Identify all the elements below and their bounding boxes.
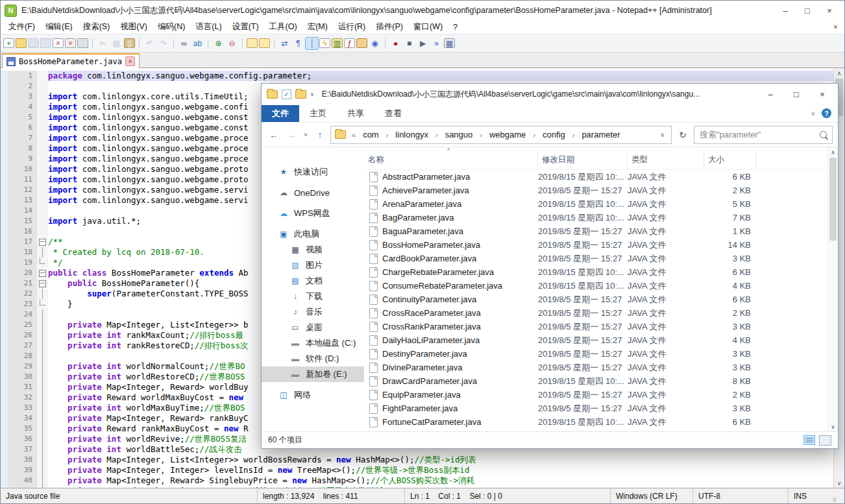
menu-item-4[interactable]: 视图(V) bbox=[115, 20, 153, 34]
sidebar-item-OneDrive[interactable]: ☁OneDrive bbox=[262, 185, 364, 200]
bookmark-margin[interactable] bbox=[1, 154, 8, 164]
bookmark-margin[interactable] bbox=[1, 133, 8, 143]
ribbon-tab-主页[interactable]: 主页 bbox=[299, 105, 337, 122]
fold-margin[interactable] bbox=[37, 351, 48, 361]
bookmark-margin[interactable] bbox=[1, 341, 8, 351]
fold-margin[interactable] bbox=[37, 143, 48, 154]
copy-icon[interactable]: ▤ bbox=[110, 38, 123, 49]
status-insert-mode[interactable]: INS bbox=[789, 488, 825, 503]
fold-margin[interactable] bbox=[37, 268, 48, 278]
breadcrumb-segment-parameter[interactable]: parameter bbox=[580, 130, 621, 139]
scroll-down-icon[interactable]: ∨ bbox=[834, 478, 844, 488]
folder-icon[interactable] bbox=[267, 90, 278, 99]
bookmark-margin[interactable] bbox=[1, 185, 8, 195]
menu-item-1[interactable]: 文件(F) bbox=[3, 20, 40, 34]
menu-item-13[interactable]: ? bbox=[448, 21, 463, 33]
help-icon[interactable]: ? bbox=[822, 108, 831, 118]
up-icon[interactable]: ↑ bbox=[313, 128, 327, 142]
bookmark-margin[interactable] bbox=[1, 486, 8, 488]
fold-margin[interactable] bbox=[37, 185, 48, 195]
breadcrumb-segment-webgame[interactable]: webgame bbox=[488, 130, 527, 139]
fold-margin[interactable] bbox=[37, 413, 48, 424]
bookmark-margin[interactable] bbox=[1, 81, 8, 91]
file-row-AbstractParameter.java[interactable]: AbstractParameter.java2019/8/15 星期四 10:.… bbox=[364, 170, 838, 184]
customize-qat-chevron-icon[interactable]: ∨ bbox=[310, 91, 314, 97]
sidebar-item-WPS网盘[interactable]: ☁WPS网盘 bbox=[262, 206, 364, 221]
word-wrap-icon[interactable]: ⇄ bbox=[278, 38, 291, 49]
menu-item-11[interactable]: 插件(P) bbox=[371, 20, 408, 34]
folder-as-workspace-icon[interactable] bbox=[356, 38, 367, 48]
fold-margin[interactable] bbox=[37, 237, 48, 247]
bookmark-margin[interactable] bbox=[1, 289, 8, 299]
close-all-docs-icon[interactable]: × bbox=[65, 38, 76, 48]
fold-margin[interactable] bbox=[37, 330, 48, 341]
menu-item-7[interactable]: 设置(T) bbox=[227, 20, 264, 34]
bookmark-margin[interactable] bbox=[1, 226, 8, 237]
zoom-out-icon[interactable]: ⊖ bbox=[226, 38, 238, 49]
open-file-icon[interactable] bbox=[16, 38, 27, 48]
fold-margin[interactable] bbox=[37, 465, 48, 475]
new-folder-icon[interactable] bbox=[295, 90, 306, 99]
sync-vertical-icon[interactable] bbox=[247, 38, 258, 48]
column-header-名称[interactable]: 名称 bbox=[364, 152, 538, 169]
menu-item-8[interactable]: 工具(O) bbox=[264, 20, 302, 34]
back-icon[interactable]: ← bbox=[267, 128, 281, 142]
fold-margin[interactable] bbox=[37, 361, 48, 372]
fold-margin[interactable] bbox=[37, 278, 48, 289]
document-monitor-icon[interactable]: ◉ bbox=[369, 38, 381, 49]
npp-maximize-button[interactable]: □ bbox=[796, 2, 818, 19]
bookmark-margin[interactable] bbox=[1, 164, 8, 174]
fold-margin[interactable] bbox=[37, 424, 48, 434]
column-header-大小[interactable]: 大小 bbox=[704, 152, 756, 169]
file-row-BagParameter.java[interactable]: BagParameter.java2019/8/15 星期四 10:...JAV… bbox=[364, 211, 838, 224]
npp-close-button[interactable]: × bbox=[818, 2, 840, 19]
sidebar-item-此电脑[interactable]: ▣此电脑 bbox=[262, 226, 364, 242]
fold-margin[interactable] bbox=[37, 320, 48, 330]
fold-margin[interactable] bbox=[37, 403, 48, 413]
file-row-CrossRankParameter.java[interactable]: CrossRankParameter.java2019/8/5 星期一 15:2… bbox=[364, 320, 838, 333]
sync-horizontal-icon[interactable] bbox=[259, 38, 270, 48]
list-scroll-up-icon[interactable]: ∧ bbox=[828, 147, 838, 157]
save-all-icon[interactable] bbox=[40, 38, 51, 48]
fold-margin[interactable] bbox=[37, 444, 48, 455]
address-dropdown-chevron-icon[interactable]: ∨ bbox=[657, 132, 667, 138]
shortcut-icon[interactable]: ϟ bbox=[319, 38, 330, 48]
ribbon-tab-共享[interactable]: 共享 bbox=[337, 105, 374, 122]
tab-close-icon[interactable]: × bbox=[125, 56, 135, 66]
bookmark-margin[interactable] bbox=[1, 247, 8, 258]
fold-margin[interactable] bbox=[37, 247, 48, 258]
fold-margin[interactable] bbox=[37, 206, 48, 216]
fold-margin[interactable] bbox=[37, 341, 48, 351]
macro-run-multiple-icon[interactable]: » bbox=[430, 38, 443, 49]
column-header-修改日期[interactable]: 修改日期 bbox=[538, 152, 628, 169]
ribbon-tab-查看[interactable]: 查看 bbox=[374, 105, 412, 122]
search-input[interactable]: 搜索"parameter" bbox=[694, 126, 833, 144]
bookmark-margin[interactable] bbox=[1, 206, 8, 216]
file-row-ArenaParameter.java[interactable]: ArenaParameter.java2019/8/15 星期四 10:...J… bbox=[364, 197, 838, 211]
doc-map-icon[interactable]: ▥ bbox=[332, 38, 343, 48]
fold-collapse-icon[interactable] bbox=[39, 280, 46, 287]
fold-margin[interactable] bbox=[37, 455, 48, 465]
find-icon[interactable]: ∞ bbox=[178, 38, 190, 49]
bookmark-margin[interactable] bbox=[1, 444, 8, 455]
file-row-BaguaParameter.java[interactable]: BaguaParameter.java2019/8/5 星期一 15:27JAV… bbox=[364, 224, 838, 238]
file-row-ContinuityParameter.java[interactable]: ContinuityParameter.java2019/8/5 星期一 15:… bbox=[364, 293, 838, 306]
menu-item-3[interactable]: 搜索(S) bbox=[78, 20, 116, 34]
bookmark-margin[interactable] bbox=[1, 382, 8, 392]
bookmark-margin[interactable] bbox=[1, 424, 8, 434]
bookmark-margin[interactable] bbox=[1, 475, 8, 486]
indent-guide-icon[interactable]: ┆ bbox=[306, 38, 318, 49]
fold-margin[interactable] bbox=[37, 258, 48, 268]
sidebar-item-音乐[interactable]: ♪音乐 bbox=[262, 304, 364, 320]
macro-record-icon[interactable]: ● bbox=[389, 38, 402, 49]
zoom-in-icon[interactable]: ⊕ bbox=[212, 38, 225, 49]
file-row-FightParameter.java[interactable]: FightParameter.java2019/8/5 星期一 15:27JAV… bbox=[364, 402, 838, 415]
bookmark-margin[interactable] bbox=[1, 403, 8, 413]
replace-icon[interactable]: ab bbox=[191, 38, 204, 49]
properties-check-icon[interactable]: ✓ bbox=[282, 90, 291, 99]
tab-bosshomeparameter[interactable]: BossHomeParameter.java × bbox=[2, 53, 140, 68]
scroll-up-icon[interactable]: ∧ bbox=[834, 68, 844, 78]
sidebar-item-图片[interactable]: ▨图片 bbox=[262, 258, 364, 273]
explorer-minimize-button[interactable]: – bbox=[757, 85, 783, 103]
npp-minimize-button[interactable]: – bbox=[774, 2, 796, 19]
